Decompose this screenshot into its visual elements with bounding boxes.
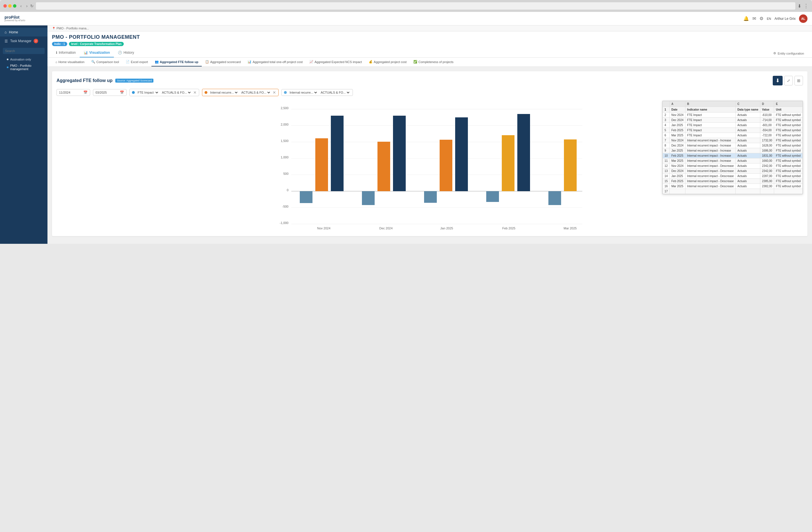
calendar-icon-from[interactable]: 📅 <box>83 90 88 95</box>
entity-config-button[interactable]: ⚙ Entity configuration <box>770 49 808 57</box>
sub-tab-project-cost[interactable]: 💰 Aggregated project cost <box>365 58 410 67</box>
tab-visualization[interactable]: 📊 Visualization <box>80 48 114 57</box>
filter-dot-teal <box>284 91 287 94</box>
cell-date: Dec 2024 <box>670 169 685 174</box>
calendar-icon-to[interactable]: 📅 <box>120 90 124 95</box>
notification-icon[interactable]: 🔔 <box>743 16 749 21</box>
cell-datatype: Actuals <box>736 138 760 143</box>
row-num: 12 <box>663 164 670 169</box>
browser-chrome: ‹ › ↻ ⬇ ⋮ <box>0 0 812 12</box>
entity-config-icon: ⚙ <box>773 52 776 55</box>
project-cost-icon: 💰 <box>369 60 373 64</box>
row-num: 7 <box>663 138 670 143</box>
sub-tab-excel[interactable]: 📄 Excel export <box>122 58 151 67</box>
refresh-button[interactable]: ↻ <box>30 4 34 8</box>
cell-indicator: Internal recurrent impact - Increase <box>685 158 736 164</box>
cell-indicator: FTE Impact <box>685 118 736 123</box>
cell-value: 2385,00 <box>760 179 774 184</box>
svg-text:-1,000: -1,000 <box>280 221 289 225</box>
row-num-header: 1 <box>663 107 670 113</box>
chart-download-button[interactable]: ⬇ <box>773 76 783 85</box>
sub-tab-oneoff[interactable]: 📊 Aggregated total one-off project cost <box>244 58 306 67</box>
bar-nov-dark <box>331 116 344 191</box>
row-num: 6 <box>663 133 670 138</box>
table-row: 10 Feb 2025 Internal recurrent impact - … <box>663 153 803 158</box>
sub-tab-fte-follow[interactable]: 👥 Aggregated FTE follow up <box>151 58 202 67</box>
sub-tab-oneoff-label: Aggregated total one-off project cost <box>252 60 303 64</box>
row-num: 5 <box>663 128 670 133</box>
col-header-b: B <box>685 101 736 107</box>
svg-text:2,500: 2,500 <box>280 106 289 110</box>
filter-internal-close[interactable]: ✕ <box>273 90 276 95</box>
cell-date: Feb 2025 <box>670 128 685 133</box>
close-window-button[interactable] <box>3 4 7 8</box>
cell-indicator: Internal recurrent impact - Descrease <box>685 164 736 169</box>
col-value-header: Value <box>760 107 774 113</box>
cell-indicator: FTE Impact <box>685 123 736 128</box>
browser-download-button[interactable]: ⬇ <box>798 3 801 9</box>
scorecard-icon: 📋 <box>205 60 209 64</box>
sub-tab-project-cost-label: Aggregated project cost <box>374 60 407 64</box>
row-num: 4 <box>663 123 670 128</box>
main-layout: ⌂ Home ☰ Task Manager 2 Assination only … <box>0 26 812 244</box>
forward-button[interactable]: › <box>25 3 29 9</box>
maximize-window-button[interactable] <box>13 4 16 8</box>
cell-indicator: Internal recurrent impact - Increase <box>685 148 736 153</box>
language-selector[interactable]: EN <box>767 17 771 20</box>
cell-indicator: FTE Impact <box>685 133 736 138</box>
sidebar-item-home[interactable]: ⌂ Home <box>0 28 47 37</box>
filter-fte-close[interactable]: ✕ <box>193 90 197 95</box>
table-row: 13 Dec 2024 Internal recurrent impact - … <box>663 169 803 174</box>
url-bar[interactable] <box>36 2 795 10</box>
sub-tab-completeness[interactable]: ✅ Completeness of projects <box>410 58 457 67</box>
filter-internal2-type-select[interactable]: ACTUALS & FO... <box>320 90 350 95</box>
filters-row: 📅 📅 FTE Impact ACTUALS & FO... <box>57 89 803 96</box>
chart-settings-button[interactable]: ⊞ <box>795 76 803 85</box>
row-num: 3 <box>663 118 670 123</box>
svg-text:Jan 2025: Jan 2025 <box>440 226 453 230</box>
sub-tab-scorecard[interactable]: 📋 Aggregated scorecard <box>202 58 244 67</box>
filter-fte-select[interactable]: FTE Impact <box>136 90 159 95</box>
chart-card: Aggregated FTE follow up Source: Aggrega… <box>52 71 808 236</box>
date-to-filter: 📅 <box>93 89 127 96</box>
cell-indicator: Internal recurrent impact - Descrease <box>685 179 736 184</box>
tab-information[interactable]: ℹ Information <box>52 48 80 57</box>
user-avatar[interactable]: AL <box>799 14 808 23</box>
row-num: 11 <box>663 158 670 164</box>
table-row: 6 Mar 2025 FTE Impact Actuals -722,00 FT… <box>663 133 803 138</box>
filter-internal2-select[interactable]: Internal recurre... <box>289 90 318 95</box>
cell-value: 2287,00 <box>760 174 774 179</box>
cell-datatype <box>736 189 760 194</box>
filter-fte-type-select[interactable]: ACTUALS & FO... <box>161 90 191 95</box>
sub-tab-home-vis[interactable]: ⌂ Home visualisation <box>52 58 88 67</box>
cell-value: 2382,00 <box>760 184 774 189</box>
date-to-input[interactable] <box>96 91 118 94</box>
cell-date: Nov 2024 <box>670 113 685 118</box>
sub-tab-ncs[interactable]: 📈 Aggregated Expected NCS impact <box>306 58 365 67</box>
cell-value: 1732,00 <box>760 138 774 143</box>
sidebar-nav-assignation[interactable]: Assination only <box>0 56 47 62</box>
settings-icon[interactable]: ⚙ <box>759 16 764 21</box>
sidebar-nav-pmo[interactable]: PMO - Portfolio management <box>0 62 47 72</box>
svg-text:2,000: 2,000 <box>280 123 289 126</box>
cell-datatype: Actuals <box>736 128 760 133</box>
sub-tabs-bar: ⌂ Home visualisation 🔍 Comparison tool 📄… <box>47 58 812 67</box>
back-button[interactable]: ‹ <box>19 3 24 9</box>
mail-icon[interactable]: ✉ <box>752 16 756 21</box>
bar-mar-negative <box>548 191 561 205</box>
chart-expand-button[interactable]: ⤢ <box>784 76 793 85</box>
tab-history[interactable]: 🕐 History <box>114 48 138 57</box>
filter-internal-type-select[interactable]: ACTUALS & FO... <box>240 90 271 95</box>
sidebar-item-task-manager[interactable]: ☰ Task Manager 2 <box>0 37 47 45</box>
cell-unit: FTE without symbol <box>774 128 803 133</box>
filter-internal-select[interactable]: Internal recurre... <box>209 90 238 95</box>
page-title: PMO - PORTFOLIO MANAGEMENT <box>52 34 808 40</box>
cell-date: Dec 2024 <box>670 143 685 148</box>
date-from-input[interactable] <box>59 91 82 94</box>
cell-date: Feb 2025 <box>670 153 685 158</box>
sub-tab-comparison[interactable]: 🔍 Comparison tool <box>88 58 122 67</box>
cell-value: -722,00 <box>760 133 774 138</box>
browser-menu-button[interactable]: ⋮ <box>803 3 809 9</box>
minimize-window-button[interactable] <box>8 4 12 8</box>
sidebar-search-input[interactable] <box>3 48 45 54</box>
